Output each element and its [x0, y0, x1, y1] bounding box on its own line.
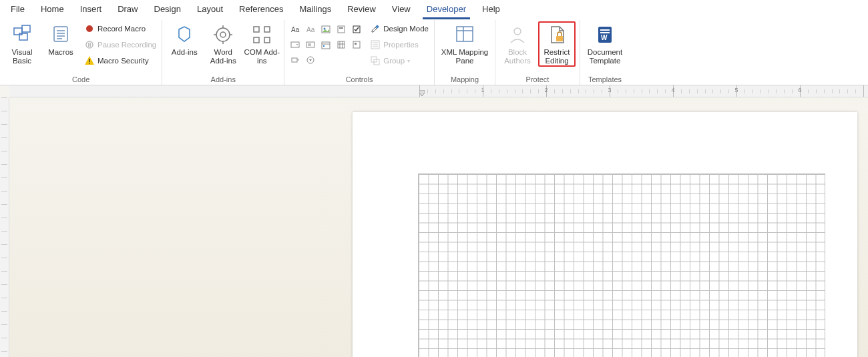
document-template-label: Document Template [584, 48, 626, 65]
svg-rect-27 [291, 42, 299, 47]
control-dropdown-icon[interactable] [304, 38, 317, 51]
ruler-number: 3 [608, 87, 611, 93]
com-addins-label: COM Add-ins [244, 48, 280, 65]
group-addins: Add-ins Word Add-ins COM Add-ins Add-ins [162, 20, 284, 85]
group-protect-label: Protect [526, 74, 550, 85]
svg-rect-18 [254, 37, 259, 43]
svg-rect-8 [89, 59, 89, 62]
control-legacy-dropdown-icon[interactable] [304, 53, 317, 67]
restrict-editing-button[interactable]: Restrict Editing [538, 21, 576, 67]
control-plaintext-icon[interactable]: Aa [304, 23, 317, 36]
svg-text:W: W [601, 34, 608, 41]
tab-references[interactable]: References [231, 0, 291, 19]
svg-point-5 [86, 41, 93, 48]
block-authors-icon [507, 24, 528, 45]
xml-mapping-icon [454, 24, 475, 45]
svg-rect-16 [254, 27, 259, 32]
tab-developer[interactable]: Developer [419, 0, 474, 19]
svg-rect-56 [600, 32, 610, 33]
svg-point-11 [220, 32, 226, 37]
group-code-label: Code [72, 74, 89, 85]
group-templates-label: Templates [588, 74, 622, 85]
document-page[interactable] [353, 112, 857, 357]
svg-rect-24 [338, 26, 345, 33]
vertical-ruler[interactable] [0, 97, 9, 357]
svg-rect-17 [264, 27, 270, 32]
svg-rect-39 [355, 43, 357, 45]
design-mode-label: Design Mode [383, 25, 429, 33]
com-addins-button[interactable]: COM Add-ins [244, 21, 280, 65]
tab-strip[interactable]: File Home Insert Draw Design Layout Refe… [0, 0, 868, 19]
visual-basic-icon [11, 24, 33, 45]
svg-point-52 [514, 28, 521, 35]
document-grid-table[interactable] [418, 173, 825, 357]
properties-label: Properties [383, 41, 418, 49]
ruler-number: 5 [734, 87, 738, 93]
control-datepicker-icon[interactable] [319, 38, 333, 51]
tab-home[interactable]: Home [33, 0, 72, 19]
tab-file[interactable]: File [3, 0, 33, 19]
svg-rect-49 [457, 27, 473, 41]
document-template-button[interactable]: W Document Template [584, 21, 626, 65]
pause-recording-button: Pause Recording [83, 37, 158, 52]
properties-icon [370, 39, 381, 50]
addins-label: Add-ins [172, 48, 198, 57]
xml-mapping-pane-button[interactable]: XML Mapping Pane [439, 21, 491, 65]
visual-basic-button[interactable]: Visual Basic [4, 21, 40, 65]
svg-rect-34 [338, 41, 345, 48]
ruler-number: 4 [671, 87, 674, 93]
record-macro-button[interactable]: Record Macro [83, 21, 158, 36]
visual-basic-label: Visual Basic [4, 48, 40, 65]
svg-rect-53 [556, 36, 563, 41]
svg-rect-25 [339, 27, 343, 29]
macros-button[interactable]: Macros [43, 21, 79, 57]
tab-view[interactable]: View [384, 0, 419, 19]
group-protect: Block Authors Restrict Editing Protect [495, 20, 580, 85]
group-code: Visual Basic Macros Record Macro [0, 20, 162, 85]
restrict-editing-icon [546, 24, 568, 45]
macro-security-button[interactable]: Macro Security [83, 53, 158, 68]
group-button: Group ▾ [369, 53, 430, 68]
control-legacy-icon[interactable] [350, 38, 363, 51]
design-mode-button[interactable]: Design Mode [369, 21, 430, 36]
tab-mailings[interactable]: Mailings [292, 0, 340, 19]
svg-rect-19 [264, 37, 270, 43]
tab-review[interactable]: Review [339, 0, 384, 19]
svg-text:Aa: Aa [306, 26, 315, 33]
macro-security-label: Macro Security [97, 57, 149, 65]
block-authors-label: Block Authors [499, 48, 535, 65]
document-template-icon: W [594, 24, 616, 45]
indent-marker-icon[interactable] [419, 90, 425, 97]
control-combobox-icon[interactable] [288, 38, 302, 51]
horizontal-ruler[interactable]: 123456 [9, 85, 868, 97]
pause-recording-label: Pause Recording [97, 41, 156, 49]
control-repeating-icon[interactable] [335, 38, 348, 51]
com-addins-icon [251, 24, 272, 45]
controls-gallery[interactable]: Aa Aa [288, 21, 363, 67]
control-buildingblock-icon[interactable] [335, 23, 348, 36]
pause-recording-icon [84, 39, 95, 50]
ruler-number: 1 [481, 87, 484, 93]
word-addins-button[interactable]: Word Add-ins [205, 21, 241, 65]
svg-rect-33 [323, 45, 324, 47]
control-picture-icon[interactable] [319, 23, 333, 36]
tab-draw[interactable]: Draw [110, 0, 146, 19]
svg-rect-7 [90, 43, 91, 47]
record-macro-icon [84, 23, 95, 34]
tab-insert[interactable]: Insert [72, 0, 110, 19]
addins-button[interactable]: Add-ins [166, 21, 202, 57]
document-workspace: 123456 [0, 85, 868, 357]
macros-label: Macros [48, 48, 73, 57]
control-richtext-icon[interactable]: Aa [288, 23, 302, 36]
tab-help[interactable]: Help [474, 0, 508, 19]
ruler-number: 6 [798, 87, 801, 93]
svg-rect-6 [88, 43, 89, 47]
tab-layout[interactable]: Layout [189, 0, 231, 19]
word-addins-label: Word Add-ins [205, 48, 241, 65]
control-checkbox-icon[interactable] [350, 23, 363, 36]
control-legacy2-icon[interactable] [288, 53, 302, 67]
group-icon [370, 55, 381, 66]
tab-design[interactable]: Design [146, 0, 189, 19]
ruler-number: 2 [544, 87, 548, 93]
group-mapping: XML Mapping Pane Mapping [435, 20, 495, 85]
